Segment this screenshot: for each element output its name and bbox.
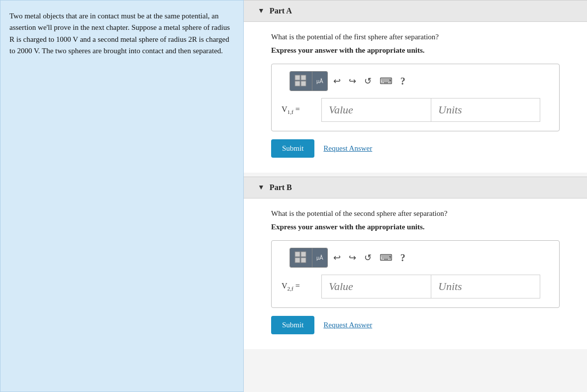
part-b-answer-box: µÅ ↩ ↪ ↺ ⌨ ? (271, 240, 560, 308)
part-b-instruction: Express your answer with the appropriate… (271, 223, 560, 231)
part-a-label: Part A (270, 6, 292, 15)
part-b-keyboard-button[interactable]: ⌨ (377, 251, 395, 265)
part-a-refresh-button[interactable]: ↺ (362, 74, 374, 88)
part-a-variable-label: V1,f = (282, 105, 316, 115)
part-a-answer-box: µÅ ↩ ↪ ↺ ⌨ ? (271, 64, 560, 131)
part-b-units-input[interactable] (431, 275, 540, 298)
part-b-undo-button[interactable]: ↩ (331, 251, 343, 265)
svg-rect-2 (295, 81, 300, 86)
symbol-icon-b: µÅ (316, 255, 323, 261)
problem-description-panel: Two metal objects that are in contact mu… (0, 0, 244, 392)
part-a-question-text: What is the potential of the first spher… (271, 33, 560, 41)
part-b-header[interactable]: ▼ Part B (244, 177, 587, 198)
part-b-chevron-icon[interactable]: ▼ (258, 184, 265, 192)
part-a-help-button[interactable]: ? (398, 74, 408, 89)
svg-rect-5 (301, 252, 306, 257)
part-a-keyboard-button[interactable]: ⌨ (377, 74, 395, 88)
part-a-header[interactable]: ▼ Part A (244, 0, 587, 22)
part-b-label: Part B (270, 183, 292, 192)
grid-icon (294, 74, 308, 88)
problem-text: Two metal objects that are in contact mu… (9, 10, 234, 57)
svg-rect-1 (301, 75, 306, 80)
part-a-request-answer-link[interactable]: Request Answer (323, 144, 372, 153)
svg-rect-3 (301, 81, 306, 86)
part-b-question-text: What is the potential of the second sphe… (271, 209, 560, 218)
part-b-variable-label: V2,f = (282, 282, 316, 292)
part-a-question-section: What is the potential of the first spher… (244, 22, 587, 173)
part-a-instruction: Express your answer with the appropriate… (271, 46, 560, 55)
redo-icon: ↪ (349, 76, 356, 87)
refresh-icon: ↺ (364, 76, 372, 87)
part-b-action-row: Submit Request Answer (271, 316, 560, 334)
part-b-redo-button[interactable]: ↪ (346, 251, 359, 265)
svg-rect-4 (295, 252, 300, 257)
part-b-toolbar: µÅ ↩ ↪ ↺ ⌨ ? (280, 248, 551, 268)
part-a-chevron-icon[interactable]: ▼ (258, 7, 265, 15)
symbol-icon: µÅ (316, 78, 323, 84)
part-a-value-input[interactable] (321, 98, 431, 122)
part-b-grid-button[interactable] (290, 248, 312, 267)
part-a-input-row: V1,f = (280, 98, 551, 122)
redo-icon-b: ↪ (349, 252, 356, 263)
part-b-value-input[interactable] (321, 275, 431, 298)
help-icon: ? (400, 76, 405, 87)
part-b-symbol-button[interactable]: µÅ (312, 248, 327, 267)
svg-rect-7 (301, 258, 306, 263)
grid-icon-b (294, 251, 308, 265)
part-b-input-row: V2,f = (280, 275, 551, 298)
part-a-units-input[interactable] (431, 98, 540, 122)
part-b-submit-button[interactable]: Submit (271, 316, 314, 334)
answer-panel: ▼ Part A What is the potential of the fi… (244, 0, 587, 392)
svg-rect-6 (295, 258, 300, 263)
part-b-help-button[interactable]: ? (398, 251, 408, 265)
part-a-symbol-button[interactable]: µÅ (312, 72, 327, 91)
part-a-redo-button[interactable]: ↪ (346, 74, 359, 88)
part-a-undo-button[interactable]: ↩ (331, 74, 343, 88)
part-a-submit-button[interactable]: Submit (271, 139, 314, 158)
undo-icon: ↩ (333, 76, 341, 87)
undo-icon-b: ↩ (333, 252, 341, 263)
part-a-action-row: Submit Request Answer (271, 139, 560, 158)
part-b-format-buttons: µÅ (290, 248, 328, 268)
help-icon-b: ? (400, 252, 405, 263)
part-a-toolbar: µÅ ↩ ↪ ↺ ⌨ ? (280, 71, 551, 91)
part-a-grid-button[interactable] (290, 72, 312, 91)
refresh-icon-b: ↺ (364, 252, 372, 263)
part-b-question-section: What is the potential of the second sphe… (244, 198, 587, 349)
keyboard-icon: ⌨ (380, 76, 392, 87)
part-b-refresh-button[interactable]: ↺ (362, 251, 374, 265)
keyboard-icon-b: ⌨ (380, 252, 392, 263)
part-b-request-answer-link[interactable]: Request Answer (323, 321, 372, 329)
svg-rect-0 (295, 75, 300, 80)
part-a-format-buttons: µÅ (290, 71, 328, 91)
